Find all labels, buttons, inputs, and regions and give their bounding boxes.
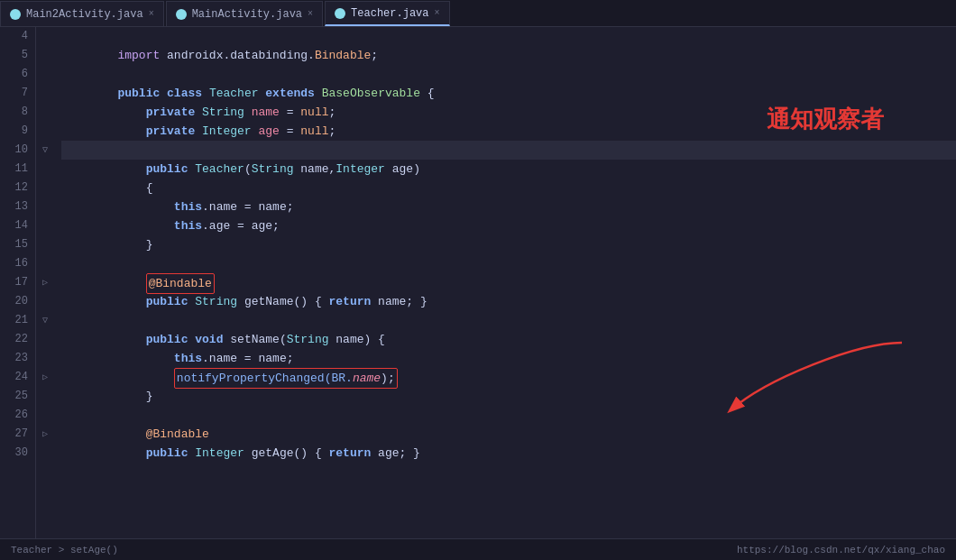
code-line-13: this.age = age; [61, 197, 956, 216]
code-content[interactable]: import androidx.databinding.Bindable; pu… [54, 27, 956, 538]
code-line-5 [61, 46, 956, 65]
line-numbers: 4 5 6 7 8 9 10 11 12 13 14 15 16 17 20 2… [0, 27, 36, 538]
code-line-12: this.name = name; [61, 179, 956, 197]
editor-body: 4 5 6 7 8 9 10 11 12 13 14 15 16 17 20 2… [0, 27, 956, 538]
tab-icon-teacher [335, 8, 345, 19]
code-line-17: public String getName() { return name; } [61, 273, 956, 292]
fold-icon-21[interactable]: ▽ [36, 311, 54, 330]
close-tab-teacher[interactable]: × [435, 8, 440, 18]
code-line-21: public void setName(String name) { [61, 311, 956, 330]
code-line-14: } [61, 216, 956, 235]
status-bar: Teacher > setAge() https://blog.csdn.net… [0, 538, 956, 560]
code-line-25 [61, 387, 956, 406]
gutter: ▽ ▷ ▽ ▷ ▷ [36, 27, 54, 538]
code-line-15 [61, 235, 956, 254]
fold-icon-17[interactable]: ▷ [36, 273, 54, 292]
editor-container: Main2Activity.java × MainActivity.java ×… [0, 0, 956, 560]
code-line-30 [61, 444, 956, 463]
code-line-6: public class Teacher extends BaseObserva… [61, 65, 956, 84]
code-line-4: import androidx.databinding.Bindable; [61, 27, 956, 46]
code-line-11: { [61, 160, 956, 179]
tab-label-main2: Main2Activity.java [26, 8, 143, 21]
fold-icon-10[interactable]: ▽ [36, 141, 54, 160]
code-line-22: this.name = name; [61, 330, 956, 349]
tab-bar: Main2Activity.java × MainActivity.java ×… [0, 0, 956, 27]
breadcrumb: Teacher > setAge() [11, 545, 118, 555]
fold-icon-24[interactable]: ▷ [36, 368, 54, 387]
fold-icon-27[interactable]: ▷ [36, 425, 54, 444]
tab-label-main: MainActivity.java [192, 8, 302, 21]
tab-icon-main2 [10, 9, 21, 20]
tab-icon-main [176, 9, 187, 20]
code-line-9 [61, 122, 956, 141]
tab-teacher[interactable]: Teacher.java × [325, 1, 449, 26]
tab-main2[interactable]: Main2Activity.java × [0, 1, 164, 26]
code-line-8: private Integer age = null; [61, 103, 956, 122]
code-line-7: private String name = null; [61, 84, 956, 103]
close-tab-main2[interactable]: × [149, 9, 154, 19]
code-line-27: public Integer getAge() { return age; } [61, 425, 956, 444]
code-line-26: @Bindable [61, 406, 956, 425]
code-line-24: } [61, 368, 956, 387]
tab-label-teacher: Teacher.java [351, 7, 428, 20]
close-tab-main[interactable]: × [308, 9, 313, 19]
code-line-20 [61, 292, 956, 311]
code-line-16: @Bindable [61, 254, 956, 273]
watermark: https://blog.csdn.net/qx/xiang_chao [737, 545, 945, 555]
code-line-23: notifyPropertyChanged(BR.name); [61, 349, 956, 368]
tab-main[interactable]: MainActivity.java × [166, 1, 323, 26]
code-line-10: public Teacher(String name,Integer age) [61, 141, 956, 160]
